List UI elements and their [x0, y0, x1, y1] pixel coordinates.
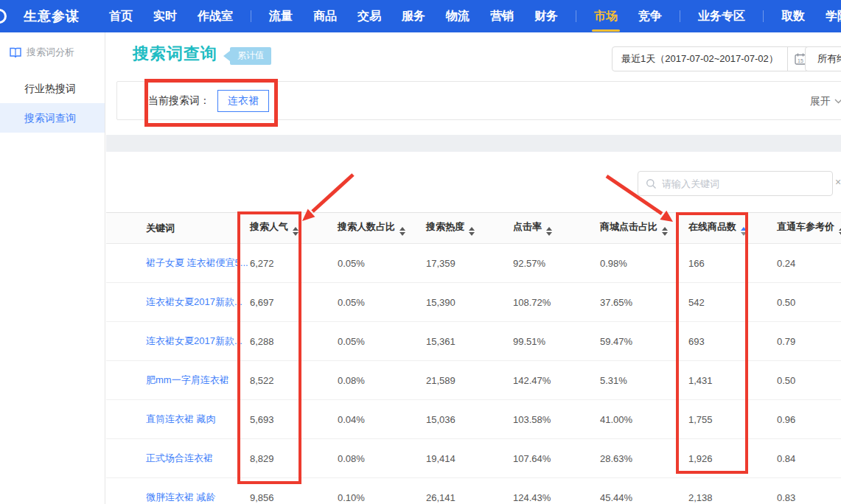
brand-logo-icon	[0, 9, 7, 24]
cell: 0.84	[777, 439, 841, 478]
keyword-search-input[interactable]	[662, 178, 825, 189]
cell: 107.64%	[513, 439, 600, 478]
cell: 41.00%	[600, 400, 688, 439]
cell: 59.47%	[600, 322, 688, 361]
keyword-link[interactable]: 微胖连衣裙 减龄	[146, 491, 216, 503]
keyword-link[interactable]: 直筒连衣裙 藏肉	[146, 413, 216, 424]
cell: 1,431	[688, 361, 777, 400]
nav-item-5[interactable]: 商品	[303, 0, 347, 32]
column-label: 商城点击占比	[600, 221, 657, 232]
keyword-cell: 连衣裙女夏2017新款...	[106, 322, 250, 361]
table-row: 正式场合连衣裙8,8290.08%19,414107.64%28.63%1,92…	[106, 439, 841, 478]
sidebar-item-0[interactable]: 行业热搜词	[0, 74, 105, 103]
keyword-cell: 连衣裙女夏2017新款...	[106, 283, 250, 322]
cell: 5.31%	[600, 361, 688, 400]
cell: 0.83	[777, 478, 841, 504]
column-header-0: 关键词	[106, 213, 250, 244]
nav-item-9[interactable]: 营销	[480, 0, 524, 32]
cell: 37.65%	[600, 283, 688, 322]
nav-item-10[interactable]: 财务	[524, 0, 568, 32]
nav-item-1[interactable]: 实时	[143, 0, 187, 32]
main-content: 搜索词查询 累计值 最近1天（2017-07-02~2017-07-02） 15…	[106, 32, 841, 504]
cell: 15,036	[426, 400, 513, 439]
keyword-link[interactable]: 连衣裙女夏2017新款...	[146, 335, 242, 346]
keyword-link[interactable]: 正式场合连衣裙	[146, 452, 213, 463]
sort-icon[interactable]	[741, 227, 747, 236]
cell: 26,141	[426, 478, 513, 504]
nav-item-13[interactable]: 竞争	[628, 0, 672, 32]
sort-icon[interactable]	[399, 227, 405, 236]
column-label: 在线商品数	[688, 221, 736, 232]
current-search-card: 当前搜索词： 连衣裙 展开	[116, 81, 841, 120]
nav-item-8[interactable]: 物流	[436, 0, 480, 32]
search-icon	[646, 178, 657, 189]
cell: 0.08%	[338, 439, 426, 478]
cell: 2,138	[688, 478, 777, 504]
nav-menu: 首页实时作战室流量商品交易服务物流营销财务市场竞争业务专区取数学院	[99, 0, 841, 32]
nav-item-18[interactable]: 学院	[815, 0, 841, 32]
cell: 8,829	[250, 439, 338, 478]
column-header-4[interactable]: 点击率	[513, 213, 600, 244]
column-header-1[interactable]: 搜索人气	[250, 213, 338, 244]
current-search-term-tag[interactable]: 连衣裙	[217, 90, 269, 112]
cell: 92.57%	[513, 244, 600, 283]
nav-item-15[interactable]: 业务专区	[688, 0, 755, 32]
column-label: 关键词	[146, 223, 175, 234]
cell: 99.51%	[513, 322, 600, 361]
cell: 17,359	[426, 244, 513, 283]
nav-divider	[576, 10, 576, 22]
cell: 542	[688, 283, 777, 322]
cell: 0.96	[777, 400, 841, 439]
cell: 124.43%	[513, 478, 600, 504]
keyword-cell: 直筒连衣裙 藏肉	[106, 400, 250, 439]
keyword-link[interactable]: 裙子女夏 连衣裙便宜5...	[146, 257, 248, 268]
cell: 0.50	[777, 283, 841, 322]
sort-icon[interactable]	[662, 227, 668, 236]
nav-item-2[interactable]: 作战室	[187, 0, 243, 32]
clear-icon[interactable]: ×	[835, 176, 841, 188]
cell: 103.58%	[513, 400, 600, 439]
sort-icon[interactable]	[293, 227, 299, 236]
column-header-3[interactable]: 搜索热度	[426, 213, 513, 244]
brand-name[interactable]: 生意参谋	[24, 7, 80, 25]
nav-item-17[interactable]: 取数	[771, 0, 815, 32]
sidebar-item-1[interactable]: 搜索词查询	[0, 103, 105, 133]
column-header-6[interactable]: 在线商品数	[688, 213, 777, 244]
sidebar-section-title: 搜索词分析	[27, 46, 74, 59]
keyword-search-box[interactable]	[638, 171, 833, 196]
keyword-cell: 肥mm一字肩连衣裙	[106, 361, 250, 400]
section-gap	[106, 135, 841, 152]
sidebar: 搜索词分析 行业热搜词搜索词查询	[0, 32, 105, 504]
cell: 108.72%	[513, 283, 600, 322]
expand-toggle[interactable]: 展开	[810, 82, 841, 121]
cell: 45.44%	[600, 478, 688, 504]
sort-icon[interactable]	[469, 227, 475, 236]
badge-arrow-icon	[223, 51, 230, 61]
column-label: 搜索人数占比	[338, 221, 395, 232]
cell: 0.24	[777, 244, 841, 283]
cell: 0.05%	[338, 244, 426, 283]
keyword-link[interactable]: 连衣裙女夏2017新款...	[146, 296, 242, 307]
nav-item-0[interactable]: 首页	[99, 0, 143, 32]
date-range-picker[interactable]: 最近1天（2017-07-02~2017-07-02） 15	[612, 46, 814, 71]
cell: 6,272	[250, 244, 338, 283]
nav-divider	[251, 10, 251, 22]
table-row: 连衣裙女夏2017新款...6,2880.05%15,36199.51%59.4…	[106, 322, 841, 361]
nav-item-4[interactable]: 流量	[259, 0, 303, 32]
svg-text:15: 15	[798, 58, 803, 63]
column-header-5[interactable]: 商城点击占比	[600, 213, 688, 244]
column-label: 搜索人气	[250, 221, 288, 232]
book-icon	[10, 47, 21, 57]
column-label: 搜索热度	[426, 221, 464, 232]
column-header-7[interactable]: 直通车参考价	[777, 213, 841, 244]
keyword-link[interactable]: 肥mm一字肩连衣裙	[146, 374, 229, 385]
cell: 0.79	[777, 322, 841, 361]
column-header-2[interactable]: 搜索人数占比	[338, 213, 426, 244]
nav-item-12[interactable]: 市场	[584, 0, 628, 32]
nav-item-6[interactable]: 交易	[347, 0, 391, 32]
sort-icon[interactable]	[546, 227, 552, 236]
cell: 166	[688, 244, 777, 283]
current-search-label: 当前搜索词：	[148, 94, 210, 108]
terminal-filter-button[interactable]: 所有终端	[805, 46, 841, 71]
nav-item-7[interactable]: 服务	[391, 0, 436, 32]
